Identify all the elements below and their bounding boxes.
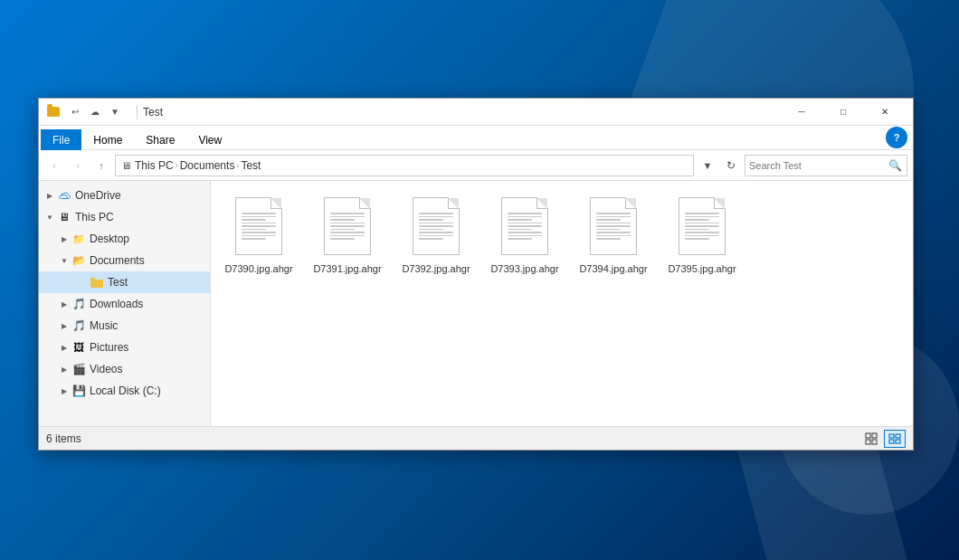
view-toggle <box>860 430 906 448</box>
window-title: Test <box>143 106 781 119</box>
file-name-4: D7394.jpg.ahgr <box>579 262 647 275</box>
svg-rect-9 <box>896 440 900 443</box>
thispc-label: This PC <box>75 211 114 223</box>
file-item-5[interactable]: D7395.jpg.ahgr <box>661 188 743 280</box>
expand-desktop[interactable] <box>57 232 71 246</box>
svg-rect-5 <box>872 440 877 444</box>
expand-test <box>75 275 90 289</box>
expand-onedrive[interactable] <box>43 188 57 203</box>
file-name-0: D7390.jpg.ahgr <box>224 262 292 275</box>
path-test: Test <box>241 159 261 172</box>
tab-share[interactable]: Share <box>134 129 186 150</box>
expand-pictures[interactable] <box>57 340 71 355</box>
search-button[interactable]: 🔍 <box>887 157 903 174</box>
expand-thispc[interactable] <box>43 210 57 224</box>
sidebar-item-onedrive[interactable]: OneDrive <box>39 185 210 206</box>
close-button[interactable]: ✕ <box>864 99 906 126</box>
file-icon-1 <box>320 194 375 259</box>
refresh-button[interactable]: ↻ <box>721 156 741 176</box>
path-test-label: Test <box>241 159 261 172</box>
sidebar-item-test[interactable]: Test <box>39 271 210 293</box>
expand-localdisk[interactable] <box>57 384 71 398</box>
file-item-2[interactable]: D7392.jpg.ahgr <box>395 188 477 280</box>
svg-rect-1 <box>90 278 95 280</box>
back-button[interactable]: ‹ <box>44 156 64 176</box>
maximize-button[interactable]: □ <box>822 99 864 126</box>
file-icon-5 <box>675 194 729 259</box>
expand-music[interactable] <box>57 318 71 333</box>
svg-rect-6 <box>889 434 894 438</box>
sidebar-item-documents[interactable]: 📂 Documents <box>39 250 210 271</box>
view-list-button[interactable] <box>884 430 906 448</box>
up-button[interactable]: ↑ <box>91 156 111 176</box>
file-icon-3 <box>498 194 552 259</box>
sidebar: OneDrive 🖥 This PC 📁 Desktop 📂 Documents <box>39 181 211 426</box>
address-path[interactable]: 🖥 This PC › Documents › Test <box>115 155 694 176</box>
music-icon: 🎵 <box>71 318 86 333</box>
view-grid-button[interactable] <box>860 430 882 448</box>
dropdown-button[interactable]: ▼ <box>698 156 717 176</box>
file-icon-4 <box>586 194 641 259</box>
path-thispc-label: This PC <box>135 159 174 172</box>
sidebar-item-localdisk[interactable]: 💾 Local Disk (C:) <box>39 380 210 402</box>
sidebar-item-music[interactable]: 🎵 Music <box>39 315 210 337</box>
expand-downloads[interactable] <box>57 297 71 311</box>
title-icon <box>46 105 61 119</box>
svg-rect-0 <box>90 280 103 288</box>
qa-btn-3[interactable]: ▼ <box>106 103 124 121</box>
qa-btn-2[interactable]: ☁ <box>86 103 104 121</box>
title-bar: ↩ ☁ ▼ Test ─ □ ✕ <box>39 99 913 126</box>
path-chevron-2: › <box>236 161 239 170</box>
ribbon: File Home Share View ? <box>39 126 913 150</box>
file-icon-0 <box>232 194 286 259</box>
test-folder-icon <box>90 275 104 289</box>
sidebar-item-pictures[interactable]: 🖼 Pictures <box>39 337 210 358</box>
downloads-icon: 🎵 <box>71 297 86 311</box>
thispc-icon: 🖥 <box>57 210 71 224</box>
tab-view[interactable]: View <box>186 129 233 150</box>
file-item-3[interactable]: D7393.jpg.ahgr <box>484 188 565 280</box>
test-label: Test <box>108 276 128 289</box>
localdisk-icon: 💾 <box>71 384 86 398</box>
item-count: 6 items <box>46 432 860 445</box>
address-bar: ‹ › ↑ 🖥 This PC › Documents › Test ▼ ↻ 🔍 <box>39 150 913 181</box>
sidebar-item-desktop[interactable]: 📁 Desktop <box>39 228 210 250</box>
title-separator <box>137 105 138 119</box>
path-documents: Documents <box>180 159 235 172</box>
tab-home[interactable]: Home <box>81 129 134 150</box>
tab-file[interactable]: File <box>41 129 81 150</box>
svg-rect-4 <box>866 440 870 444</box>
path-chevron-1: › <box>176 161 178 170</box>
search-input[interactable] <box>749 160 887 171</box>
sidebar-item-videos[interactable]: 🎬 Videos <box>39 358 210 380</box>
sidebar-item-thispc[interactable]: 🖥 This PC <box>39 206 210 228</box>
desktop-label: Desktop <box>90 233 129 245</box>
documents-folder-icon: 📂 <box>71 253 86 268</box>
file-item-1[interactable]: D7391.jpg.ahgr <box>307 188 388 280</box>
file-name-5: D7395.jpg.ahgr <box>668 262 736 275</box>
pictures-label: Pictures <box>90 341 128 354</box>
forward-button[interactable]: › <box>68 156 88 176</box>
documents-label: Documents <box>90 254 145 267</box>
search-box: 🔍 <box>745 155 907 176</box>
sidebar-item-downloads[interactable]: 🎵 Downloads <box>39 293 210 315</box>
file-icon-2 <box>409 194 463 259</box>
ribbon-tabs: File Home Share View ? <box>39 126 913 149</box>
expand-documents[interactable] <box>57 253 71 268</box>
minimize-button[interactable]: ─ <box>781 99 822 126</box>
expand-videos[interactable] <box>57 362 71 376</box>
desktop-folder-icon: 📁 <box>71 232 86 246</box>
window-controls: ─ □ ✕ <box>781 99 906 126</box>
onedrive-icon <box>57 188 71 203</box>
svg-rect-7 <box>896 434 900 438</box>
qa-btn-1[interactable]: ↩ <box>66 103 84 121</box>
localdisk-label: Local Disk (C:) <box>90 384 161 397</box>
downloads-label: Downloads <box>90 298 143 310</box>
path-thispc: 🖥 This PC <box>121 159 174 172</box>
file-item-4[interactable]: D7394.jpg.ahgr <box>573 188 654 280</box>
file-explorer-window: ↩ ☁ ▼ Test ─ □ ✕ File Home Share View ? … <box>38 98 914 451</box>
onedrive-label: OneDrive <box>75 189 121 202</box>
content-area: D7390.jpg.ahgrD7391.jpg.ahgrD7392.jpg.ah… <box>211 181 913 426</box>
file-item-0[interactable]: D7390.jpg.ahgr <box>218 188 299 280</box>
help-button[interactable]: ? <box>886 127 907 148</box>
